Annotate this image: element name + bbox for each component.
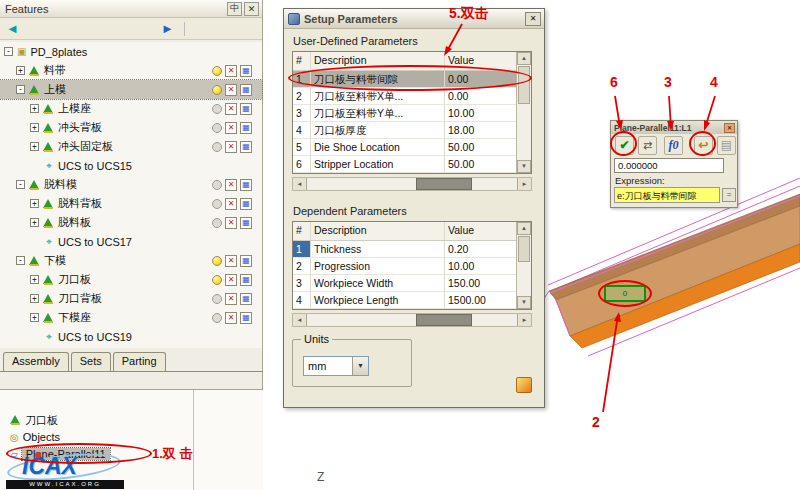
forward-arrow-icon[interactable]: ► [161, 22, 174, 35]
tree-item[interactable]: + 冲头固定板 ✕ ▦ [0, 137, 262, 156]
visibility-bulb-icon[interactable] [212, 85, 222, 95]
vertical-scrollbar[interactable]: ▲ ▼ [516, 52, 531, 173]
suppress-icon[interactable]: ✕ [225, 84, 237, 96]
expander-icon[interactable]: - [16, 180, 25, 189]
scrollbar-track[interactable] [307, 178, 517, 190]
vertical-scrollbar[interactable]: ▲ ▼ [516, 222, 531, 309]
expander-icon[interactable]: + [30, 199, 39, 208]
tree-item-ucs[interactable]: ⌖ UCS to UCS15 [0, 156, 262, 175]
suppress-icon[interactable]: ✕ [225, 65, 237, 77]
offset-dimension-tag[interactable]: 0 [604, 285, 646, 302]
detail-icon[interactable]: ▦ [240, 122, 252, 134]
horizontal-scrollbar[interactable]: ◄ ► [292, 313, 532, 327]
tree-item-ucs[interactable]: ⌖ UCS to UCS17 [0, 232, 262, 251]
tree-item-ucs[interactable]: ⌖ UCS to UCS19 [0, 327, 262, 346]
visibility-bulb-icon[interactable] [212, 142, 222, 152]
dialog-titlebar[interactable]: Plane-Parallel11:L1 ✕ [611, 121, 737, 134]
suppress-icon[interactable]: ✕ [225, 103, 237, 115]
tree-item[interactable]: + 料带 ✕ ▦ [0, 61, 262, 80]
dialog-close-button[interactable]: ✕ [724, 123, 735, 133]
swap-direction-button[interactable]: ⇄ [638, 136, 657, 155]
detail-icon[interactable]: ▦ [240, 217, 252, 229]
cell-value[interactable]: 50.00 [445, 156, 516, 172]
panel-close-button[interactable]: ✕ [244, 2, 259, 16]
expander-icon[interactable]: - [16, 85, 25, 94]
expander-icon[interactable]: + [30, 218, 39, 227]
cell-value[interactable]: 18.00 [445, 122, 516, 138]
expander-icon[interactable]: + [30, 142, 39, 151]
cell-value[interactable]: 0.00 [445, 71, 516, 87]
detail-icon[interactable]: ▦ [240, 255, 252, 267]
chevron-down-icon[interactable]: ▼ [352, 357, 368, 375]
table-row[interactable]: 2 刀口板至料带X单... 0.00 [293, 88, 516, 105]
expression-editor-icon[interactable]: = [722, 188, 736, 202]
suppress-icon[interactable]: ✕ [225, 293, 237, 305]
cell-value[interactable]: 50.00 [445, 139, 516, 155]
suppress-icon[interactable]: ✕ [225, 312, 237, 324]
tab-parting[interactable]: Parting [113, 352, 166, 371]
scroll-down-icon[interactable]: ▼ [517, 296, 531, 309]
cell-value[interactable]: 10.00 [445, 105, 516, 121]
scrollbar-thumb[interactable] [518, 236, 530, 262]
scroll-down-icon[interactable]: ▼ [517, 160, 531, 173]
scroll-up-icon[interactable]: ▲ [517, 222, 531, 235]
suppress-icon[interactable]: ✕ [225, 217, 237, 229]
expander-icon[interactable]: + [30, 104, 39, 113]
tree-item[interactable]: + 脱料背板 ✕ ▦ [0, 194, 262, 213]
table-row[interactable]: 6 Stripper Location 50.00 [293, 156, 516, 173]
visibility-bulb-icon[interactable] [212, 104, 222, 114]
dependency-item[interactable]: ◎ Objects [0, 429, 190, 445]
visibility-bulb-icon[interactable] [212, 313, 222, 323]
dialog-close-button[interactable]: ✕ [525, 12, 541, 26]
scroll-right-icon[interactable]: ► [517, 178, 531, 190]
table-row[interactable]: 4 Workpiece Length 1500.00 [293, 292, 516, 309]
tab-sets[interactable]: Sets [71, 352, 111, 371]
detail-icon[interactable]: ▦ [240, 293, 252, 305]
tree-item-selected[interactable]: - 上模 ✕ ▦ [0, 80, 262, 99]
scrollbar-thumb[interactable] [416, 178, 472, 190]
tree-item-root[interactable]: - ▣ PD_8plates [0, 42, 262, 61]
expander-icon[interactable]: + [30, 313, 39, 322]
table-row[interactable]: 3 刀口板至料带Y单... 10.00 [293, 105, 516, 122]
visibility-bulb-icon[interactable] [212, 256, 222, 266]
scrollbar-track[interactable] [517, 263, 531, 296]
visibility-bulb-icon[interactable] [212, 275, 222, 285]
tree-item[interactable]: - 脱料模 ✕ ▦ [0, 175, 262, 194]
expander-icon[interactable]: + [30, 123, 39, 132]
scrollbar-thumb[interactable] [416, 314, 472, 326]
visibility-bulb-icon[interactable] [212, 199, 222, 209]
scrollbar-track[interactable] [517, 105, 531, 160]
visibility-bulb-icon[interactable] [212, 294, 222, 304]
scroll-left-icon[interactable]: ◄ [293, 178, 307, 190]
table-row[interactable]: 4 刀口板厚度 18.00 [293, 122, 516, 139]
dialog-titlebar[interactable]: Setup Parameters ✕ [284, 9, 544, 29]
expander-icon[interactable]: + [30, 275, 39, 284]
tree-item[interactable]: + 脱料板 ✕ ▦ [0, 213, 262, 232]
undo-arrow-button[interactable]: ↩ [694, 136, 713, 155]
tree-item[interactable]: + 下模座 ✕ ▦ [0, 308, 262, 327]
suppress-icon[interactable]: ✕ [225, 198, 237, 210]
visibility-bulb-icon[interactable] [212, 180, 222, 190]
back-arrow-icon[interactable]: ◄ [6, 22, 19, 35]
dock-button[interactable]: 中 [227, 2, 242, 16]
scroll-up-icon[interactable]: ▲ [517, 52, 531, 65]
visibility-bulb-icon[interactable] [212, 123, 222, 133]
tree-item[interactable]: + 上模座 ✕ ▦ [0, 99, 262, 118]
detail-icon[interactable]: ▦ [240, 141, 252, 153]
corner-tool-icon[interactable] [516, 377, 532, 393]
tab-assembly[interactable]: Assembly [3, 352, 69, 371]
tree-item[interactable]: + 刀口背板 ✕ ▦ [0, 289, 262, 308]
expression-field[interactable]: e:刀口板与料带间隙 [614, 187, 720, 203]
table-row[interactable]: 1 Thickness 0.20 [293, 241, 516, 258]
tree-item[interactable]: + 冲头背板 ✕ ▦ [0, 118, 262, 137]
expander-icon[interactable]: + [30, 294, 39, 303]
expander-icon[interactable]: - [4, 47, 13, 56]
detail-icon[interactable]: ▦ [240, 65, 252, 77]
expander-icon[interactable]: - [16, 256, 25, 265]
suppress-icon[interactable]: ✕ [225, 179, 237, 191]
scroll-right-icon[interactable]: ► [517, 314, 531, 326]
suppress-icon[interactable]: ✕ [225, 122, 237, 134]
expander-icon[interactable]: + [16, 66, 25, 75]
offset-value-field[interactable]: 0.000000 [614, 158, 724, 173]
detail-icon[interactable]: ▦ [240, 179, 252, 191]
